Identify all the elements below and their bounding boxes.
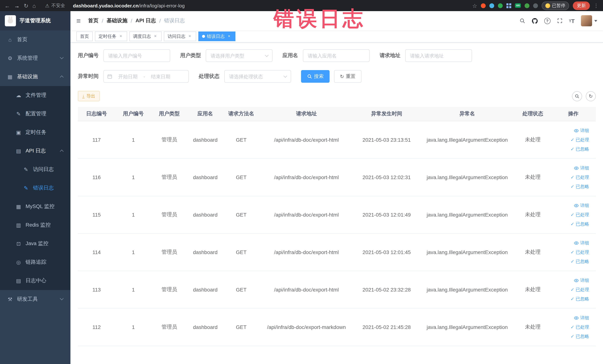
ignored-link[interactable]: ✓已忽略 bbox=[553, 144, 589, 154]
processed-link[interactable]: ✓已处理 bbox=[553, 135, 589, 144]
back-icon[interactable]: ← bbox=[4, 3, 10, 8]
breadcrumb-item[interactable]: 基础设施 bbox=[107, 17, 127, 24]
export-button[interactable]: ↓ 导出 bbox=[78, 91, 100, 101]
sidebar-item-java-monitor[interactable]: ⊡ Java 监控 bbox=[0, 234, 70, 253]
ignored-link[interactable]: ✓已忽略 bbox=[553, 332, 589, 341]
job-icon: ▣ bbox=[16, 129, 22, 135]
extension-icon-leaf[interactable] bbox=[525, 3, 529, 8]
sidebar-toggle-icon[interactable]: ≡ bbox=[76, 16, 81, 25]
extension-icon-red[interactable] bbox=[481, 3, 486, 8]
browser-update-button[interactable]: 更新 bbox=[573, 1, 590, 10]
breadcrumb-item[interactable]: API 日志 bbox=[136, 17, 156, 24]
app-logo[interactable]: 芋道管理系统 bbox=[0, 11, 70, 30]
cell-app-name: dashboard bbox=[187, 234, 223, 271]
sidebar-item-label: Java 监控 bbox=[26, 240, 48, 247]
sidebar-item-config-management[interactable]: ✎ 配置管理 bbox=[0, 105, 70, 123]
ignored-link[interactable]: ✓已忽略 bbox=[553, 182, 589, 191]
cell-method: GET bbox=[223, 271, 259, 308]
close-icon[interactable]: × bbox=[153, 34, 158, 39]
ignored-link[interactable]: ✓已忽略 bbox=[553, 257, 589, 266]
processed-link[interactable]: ✓已处理 bbox=[553, 173, 589, 182]
sidebar-item-tracing[interactable]: ◎ 链路追踪 bbox=[0, 253, 70, 271]
close-icon[interactable]: × bbox=[187, 34, 192, 39]
user-type-select[interactable] bbox=[206, 49, 272, 62]
sidebar-item-log-center[interactable]: ▤ 日志中心 bbox=[0, 271, 70, 290]
sidebar-item-scheduled-jobs[interactable]: ▣ 定时任务 bbox=[0, 123, 70, 142]
search-icon[interactable] bbox=[519, 18, 525, 24]
tag-access-log[interactable]: 访问日志 × bbox=[164, 32, 196, 41]
processed-link[interactable]: ✓已处理 bbox=[553, 322, 589, 332]
detail-label: 详细 bbox=[580, 163, 589, 173]
sidebar-item-api-logs[interactable]: ▤ API 日志 bbox=[0, 142, 70, 160]
breadcrumb-item[interactable]: 首页 bbox=[88, 17, 98, 24]
site-security[interactable]: ⚠ 不安全 bbox=[45, 2, 65, 9]
sidebar-item-access-log[interactable]: ✎ 访问日志 bbox=[0, 160, 70, 179]
tag-home[interactable]: 首页 bbox=[76, 32, 93, 41]
ignored-link[interactable]: ✓已忽略 bbox=[553, 294, 589, 304]
processed-link[interactable]: ✓已处理 bbox=[553, 285, 589, 294]
mysql-icon: ▦ bbox=[16, 204, 22, 210]
config-icon: ✎ bbox=[16, 111, 22, 117]
tag-schedule-log[interactable]: 调度日志 × bbox=[129, 32, 162, 41]
end-date-input[interactable] bbox=[147, 74, 174, 79]
github-icon[interactable] bbox=[532, 18, 538, 24]
cell-exception-time: 2021-05-03 12:02:31 bbox=[354, 159, 420, 196]
detail-link[interactable]: 详细 bbox=[553, 201, 589, 210]
sidebar-item-home[interactable]: ⌂ 首页 bbox=[0, 30, 70, 49]
browser-menu-icon[interactable]: ⋮ bbox=[593, 3, 599, 9]
fullscreen-icon[interactable] bbox=[557, 18, 563, 24]
detail-link[interactable]: 详细 bbox=[553, 276, 589, 285]
sidebar-item-system-management[interactable]: ⚙ 系统管理 bbox=[0, 49, 70, 68]
chevron-up-icon bbox=[60, 75, 64, 79]
reset-button[interactable]: ↻ 重置 bbox=[334, 70, 361, 83]
tag-label: 首页 bbox=[80, 33, 89, 39]
ignored-link[interactable]: ✓已忽略 bbox=[553, 219, 589, 229]
font-size-icon[interactable]: TT bbox=[569, 18, 575, 24]
detail-link[interactable]: 详细 bbox=[553, 163, 589, 173]
caret-down-icon bbox=[594, 20, 597, 22]
reload-icon[interactable]: ↻ bbox=[24, 3, 28, 8]
cell-status: 未处理 bbox=[515, 271, 551, 308]
search-button[interactable]: 搜索 bbox=[301, 70, 330, 83]
paused-extension-badge[interactable]: 已暂停 bbox=[542, 1, 569, 10]
status-select[interactable] bbox=[224, 70, 291, 83]
detail-link[interactable]: 详细 bbox=[553, 126, 589, 135]
tag-scheduled-jobs[interactable]: 定时任务 × bbox=[95, 32, 127, 41]
bookmark-star-icon[interactable]: ☆ bbox=[472, 3, 477, 8]
app-name-input[interactable] bbox=[303, 49, 370, 62]
tag-error-log[interactable]: 错误日志 × bbox=[198, 32, 235, 41]
extension-icon-grid[interactable] bbox=[506, 3, 511, 8]
toggle-search-button[interactable] bbox=[572, 91, 582, 101]
start-date-input[interactable] bbox=[114, 74, 142, 79]
sidebar-item-mysql-monitor[interactable]: ▦ MySQL 监控 bbox=[0, 197, 70, 216]
extension-on-badge[interactable]: on bbox=[515, 3, 521, 8]
user-menu[interactable] bbox=[581, 15, 597, 26]
address-bar[interactable]: dashboard.yudao.iocoder.cn/infra/log/api… bbox=[73, 3, 185, 8]
extension-icon-blue-drop[interactable] bbox=[489, 3, 494, 8]
table-row: 117 1 管理员 dashboard GET /api/infra/db-do… bbox=[78, 121, 596, 159]
ignored-label: 已忽略 bbox=[576, 182, 589, 191]
sidebar-item-infrastructure[interactable]: ▦ 基础设施 bbox=[0, 68, 70, 86]
detail-link[interactable]: 详细 bbox=[553, 313, 589, 322]
home-icon[interactable]: ⌂ bbox=[33, 3, 36, 8]
processed-link[interactable]: ✓已处理 bbox=[553, 210, 589, 219]
cell-exception-name: java.lang.IllegalArgumentException bbox=[420, 271, 515, 308]
cell-user-type: 管理员 bbox=[151, 271, 187, 308]
sidebar-item-dev-tools[interactable]: ⚒ 研发工具 bbox=[0, 290, 70, 309]
forward-icon[interactable]: → bbox=[14, 3, 20, 8]
api-log-icon: ▤ bbox=[16, 148, 22, 154]
sidebar-item-file-management[interactable]: ☁ 文件管理 bbox=[0, 86, 70, 105]
request-url-input[interactable] bbox=[405, 49, 472, 62]
user-id-input[interactable] bbox=[104, 49, 170, 62]
close-icon[interactable]: × bbox=[227, 34, 232, 39]
sidebar-item-redis-monitor[interactable]: ▥ Redis 监控 bbox=[0, 216, 70, 234]
close-icon[interactable]: × bbox=[118, 34, 123, 39]
processed-link[interactable]: ✓已处理 bbox=[553, 247, 589, 257]
sidebar-item-error-log[interactable]: ✎ 错误日志 bbox=[0, 179, 70, 197]
help-icon[interactable]: ? bbox=[544, 18, 550, 24]
extension-icon-paw[interactable] bbox=[533, 3, 538, 8]
refresh-table-button[interactable]: ↻ bbox=[586, 91, 596, 101]
date-range-picker[interactable]: - bbox=[104, 70, 189, 83]
extension-icon-green[interactable] bbox=[498, 3, 503, 8]
detail-link[interactable]: 详细 bbox=[553, 238, 589, 247]
